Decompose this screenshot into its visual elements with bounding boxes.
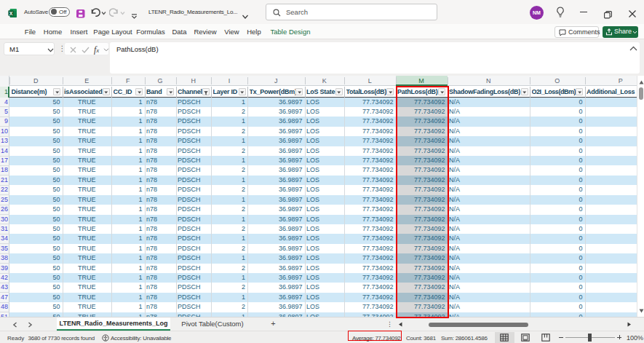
svg-text:X: X (9, 11, 12, 16)
